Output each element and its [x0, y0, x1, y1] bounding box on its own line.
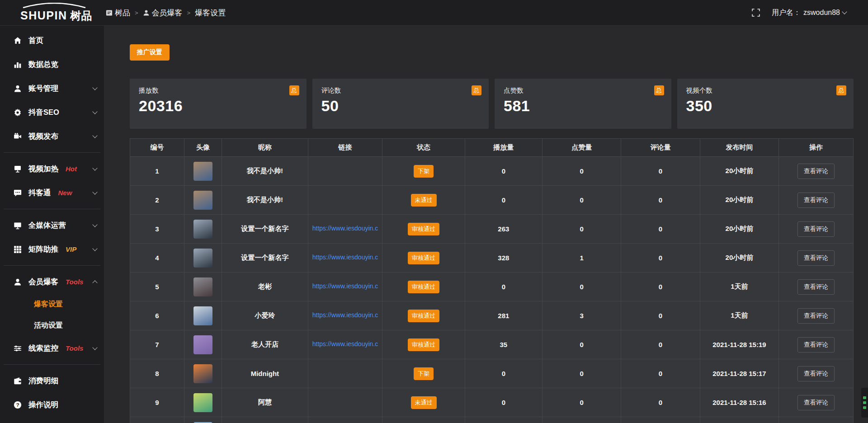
video-link[interactable]: https://www.iesdouyin.c: [312, 254, 378, 261]
column-header: 播放量: [465, 139, 542, 157]
sidebar-item-consumption-details[interactable]: 消费明细: [0, 369, 104, 393]
cell-likes: 3: [542, 301, 621, 330]
sidebar-divider: [4, 364, 100, 365]
view-comments-button[interactable]: 查看评论: [797, 308, 835, 324]
status-badge: 下架: [414, 367, 434, 380]
chevron-up-icon: [92, 280, 97, 285]
cell-plays: 0: [465, 273, 542, 301]
app-logo: SHUPIN 树品: [0, 3, 104, 23]
sidebar-item-member-baoke[interactable]: 会员爆客Tools: [0, 270, 104, 294]
chevron-down-icon: [92, 222, 97, 227]
sidebar-item-data-overview[interactable]: 数据总览: [0, 52, 104, 76]
cell-action: 查看评论: [779, 301, 854, 330]
view-comments-button[interactable]: 查看评论: [797, 395, 835, 410]
video-link[interactable]: https://www.iesdouyin.c: [312, 340, 378, 348]
cell-publish-time: 20小时前: [700, 215, 778, 244]
view-comments-button[interactable]: 查看评论: [797, 366, 835, 381]
sidebar-item-badge: Tools: [66, 278, 83, 286]
cell-action: 查看评论: [779, 359, 854, 388]
view-comments-button[interactable]: 查看评论: [797, 221, 835, 237]
cell-plays: 0: [465, 359, 542, 388]
breadcrumb-separator: >: [135, 9, 138, 16]
video-link[interactable]: https://www.iesdouyin.c: [312, 282, 378, 290]
stat-label: 播放数: [139, 86, 297, 95]
cell-action: 查看评论: [779, 273, 854, 301]
column-header: 状态: [382, 139, 465, 157]
sidebar-item-home[interactable]: 首页: [0, 28, 104, 52]
view-comments-button[interactable]: 查看评论: [797, 164, 835, 179]
sidebar-item-label: 抖客通: [28, 188, 51, 198]
sidebar-item-video-publish[interactable]: 视频发布: [0, 124, 104, 148]
person-icon: [143, 9, 150, 16]
avatar: [193, 393, 212, 412]
sidebar-item-operation-guide[interactable]: ?操作说明: [0, 393, 104, 417]
cell-link: https://www.iesdouyin.c: [308, 244, 382, 273]
cell-id: 2: [130, 186, 184, 215]
fullscreen-icon[interactable]: [752, 9, 760, 17]
video-link[interactable]: https://www.iesdouyin.c: [312, 225, 378, 232]
cell-comments: [621, 417, 700, 423]
sidebar-item-omni-media[interactable]: 全媒体运营: [0, 213, 104, 237]
cell-publish-time: 20小时前: [700, 186, 778, 215]
cell-publish-time: 1天前: [700, 301, 778, 330]
sidebar-item-douyin-seo[interactable]: 抖音SEO: [0, 100, 104, 124]
cell-status: 审核通过: [382, 273, 465, 301]
sidebar-item-video-heating[interactable]: 视频加热Hot: [0, 157, 104, 181]
status-badge: 审核通过: [408, 223, 439, 235]
cell-nickname: [222, 417, 308, 423]
chevron-down-icon: [92, 246, 97, 251]
sidebar-item-label: 矩阵助推: [28, 244, 58, 254]
stat-value: 350: [686, 97, 845, 115]
status-badge: 未通过: [411, 194, 437, 207]
stat-label: 点赞数: [504, 86, 662, 95]
sidebar-item-badge: New: [58, 189, 72, 197]
sidebar-item-label: 全媒体运营: [28, 221, 66, 230]
cell-id: [130, 417, 184, 423]
home-icon: [14, 37, 22, 45]
cell-publish-time: 2021-11-28 15:16: [700, 388, 778, 417]
cell-likes: 0: [542, 273, 621, 301]
sidebar-subitem-baoke-settings[interactable]: 爆客设置: [0, 294, 104, 315]
view-comments-button[interactable]: 查看评论: [797, 193, 835, 208]
sidebar-subitem-activity-settings[interactable]: 活动设置: [0, 315, 104, 336]
cell-avatar: [184, 417, 222, 423]
cell-status: 审核通过: [382, 215, 465, 244]
column-header: 评论量: [621, 139, 700, 157]
avatar: [193, 277, 212, 296]
cell-status: 审核通过: [382, 330, 465, 359]
cell-nickname: 我不是小帅!: [222, 157, 308, 186]
cell-link: [308, 157, 382, 186]
cell-publish-time: 20小时前: [700, 157, 778, 186]
video-link[interactable]: https://www.iesdouyin.c: [312, 311, 378, 319]
sidebar-subitem-label: 活动设置: [34, 321, 63, 330]
chat-icon: [14, 189, 22, 197]
sidebar-item-clue-monitor[interactable]: 线索监控Tools: [0, 336, 104, 360]
avatar: [193, 306, 212, 325]
cell-id: 6: [130, 301, 184, 330]
sidebar-item-account-management[interactable]: 账号管理: [0, 76, 104, 100]
cell-likes: 0: [542, 330, 621, 359]
sidebar-item-matrix-boost[interactable]: 矩阵助推VIP: [0, 237, 104, 261]
avatar: [193, 364, 212, 383]
user-icon: [14, 85, 22, 93]
sidebar-item-label: 数据总览: [28, 60, 58, 70]
floating-widget[interactable]: [861, 388, 868, 418]
cell-id: 9: [130, 388, 184, 417]
screen-icon: [14, 165, 22, 173]
sidebar-item-label: 视频加热: [28, 164, 58, 174]
view-comments-button[interactable]: 查看评论: [797, 250, 835, 266]
user-menu[interactable]: 用户名： zswodun88: [772, 8, 846, 18]
view-comments-button[interactable]: 查看评论: [797, 279, 835, 295]
cell-publish-time: 1天前: [700, 273, 778, 301]
cell-plays: 263: [465, 215, 542, 244]
promo-settings-button[interactable]: 推广设置: [130, 44, 170, 61]
breadcrumb-item-member[interactable]: 会员爆客: [143, 8, 183, 18]
sidebar-item-douketong[interactable]: 抖客通New: [0, 181, 104, 205]
cell-plays: 35: [465, 330, 542, 359]
cell-action: 查看评论: [779, 244, 854, 273]
cell-action: [779, 417, 854, 423]
avatar: [193, 162, 212, 181]
breadcrumb-item-root[interactable]: 树品: [106, 8, 130, 18]
view-comments-button[interactable]: 查看评论: [797, 337, 835, 352]
table-row: 5老彬https://www.iesdouyin.c审核通过0001天前查看评论: [130, 273, 854, 301]
